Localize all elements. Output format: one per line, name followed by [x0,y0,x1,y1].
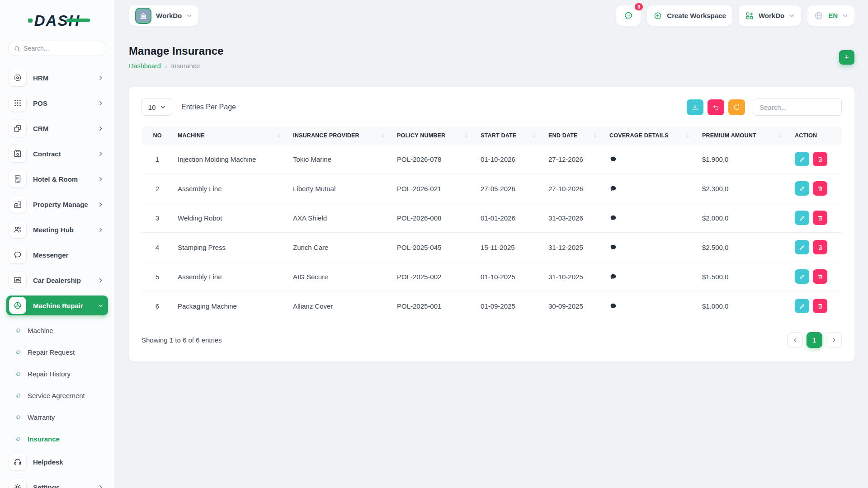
entries-per-page-select[interactable]: 10 [142,99,172,116]
col-header-premium[interactable]: PREMIUM AMOUNT [698,127,790,145]
col-header-action: ACTION [790,127,842,145]
delete-button[interactable] [813,299,827,313]
cell-end-date: 27-12-2026 [544,145,605,174]
cell-action [790,203,842,233]
sidebar-item-meeting-hub[interactable]: Meeting Hub [6,220,108,239]
edit-button[interactable] [795,240,809,254]
coverage-comment-icon[interactable] [609,214,617,222]
table-row: 2 Assembly Line Liberty Mutual POL-2026-… [142,174,842,203]
brand-logo: DASH [0,11,114,31]
entries-per-page-label: Entries Per Page [181,103,236,111]
chevron-down-icon [842,13,848,19]
insurance-table: NO MACHINE INSURANCE PROVIDER POLICY NUM… [142,127,842,320]
coverage-comment-icon[interactable] [609,302,617,310]
cell-coverage [605,145,698,174]
col-header-end-date[interactable]: END DATE [544,127,605,145]
sidebar-subitem-machine[interactable]: Machine [6,322,108,339]
sidebar-item-settings[interactable]: Settings [6,477,108,488]
sidebar-item-label: Messenger [33,251,104,259]
sidebar-item-messenger[interactable]: Messenger [6,245,108,265]
pagination-next-button[interactable] [826,332,842,348]
trash-icon [817,156,824,163]
sort-icon [593,133,598,138]
delete-button[interactable] [813,152,827,166]
delete-button[interactable] [813,269,827,284]
col-header-policy[interactable]: POLICY NUMBER [392,127,476,145]
sidebar-footer-nav: Helpdesk Settings [0,452,114,488]
sidebar-item-hrm[interactable]: HRM [6,68,108,88]
sidebar: DASH HRM POS CRM Contract [0,0,115,488]
create-workspace-button[interactable]: Create Workspace [647,5,732,26]
cell-no: 6 [142,291,173,321]
subitem-label: Warranty [28,413,55,421]
workspace-avatar [135,8,151,24]
sidebar-search-input[interactable] [24,45,100,52]
col-header-coverage[interactable]: COVERAGE DETAILS [605,127,698,145]
subitem-label: Repair Request [28,348,75,356]
sidebar-subitem-warranty[interactable]: Warranty [6,408,108,426]
sidebar-subitem-insurance[interactable]: Insurance [6,430,108,447]
sidebar-item-car-dealership[interactable]: Car Dealership [6,270,108,290]
workspace-switcher[interactable]: WorkDo [739,5,801,26]
refresh-button[interactable] [728,99,745,115]
col-header-provider[interactable]: INSURANCE PROVIDER [288,127,392,145]
pagination-page-1[interactable]: 1 [807,332,822,348]
cell-provider: Liberty Mutual [288,174,392,203]
edit-button[interactable] [795,299,809,313]
cell-coverage [605,203,698,233]
sidebar-subitem-repair-history[interactable]: Repair History [6,365,108,382]
delete-button[interactable] [813,211,827,225]
cell-coverage [605,174,698,203]
breadcrumb-dashboard-link[interactable]: Dashboard [129,62,161,70]
sidebar-item-machine-repair[interactable]: Machine Repair [6,296,108,315]
delete-button[interactable] [813,240,827,254]
sidebar-item-helpdesk[interactable]: Helpdesk [6,452,108,472]
pencil-icon [799,185,806,192]
edit-button[interactable] [795,269,809,284]
sidebar-item-hotel-room[interactable]: Hotel & Room [6,169,108,189]
cell-premium: $2.000,0 [698,203,790,233]
subitem-label: Repair History [28,370,71,378]
delete-button[interactable] [813,181,827,196]
cell-no: 2 [142,174,173,203]
coverage-comment-icon[interactable] [609,185,617,192]
cell-start-date: 15-11-2025 [476,233,544,262]
table-footer: Showing 1 to 6 of 6 entries 1 [142,332,842,348]
bullet-icon [15,328,21,333]
pagination-prev-button[interactable] [787,332,803,348]
col-header-machine[interactable]: MACHINE [173,127,288,145]
sidebar-subitem-service-agreement[interactable]: Service Agreement [6,387,108,404]
coverage-comment-icon[interactable] [609,155,617,163]
reset-undo-button[interactable] [708,99,724,115]
edit-button[interactable] [795,152,809,166]
sidebar-item-contract[interactable]: Contract [6,144,108,164]
col-header-no[interactable]: NO [142,127,173,145]
workspace-selector[interactable]: WorkDo [129,5,198,26]
table-search-input[interactable] [753,99,842,116]
add-insurance-button[interactable]: + [839,50,854,65]
cell-end-date: 27-10-2026 [544,174,605,203]
headphones-icon [9,453,26,470]
pencil-icon [799,215,806,221]
chevron-down-icon [186,13,192,19]
language-selector[interactable]: EN [807,5,854,26]
sidebar-item-crm[interactable]: CRM [6,118,108,138]
coverage-comment-icon[interactable] [609,244,617,251]
chevron-right-icon [98,202,104,207]
chevron-left-icon [793,338,798,343]
coverage-comment-icon[interactable] [609,273,617,281]
messages-button[interactable]: 0 [616,5,641,26]
sidebar-item-property-manage[interactable]: Property Manage [6,194,108,214]
sidebar-item-pos[interactable]: POS [6,93,108,113]
edit-button[interactable] [795,181,809,196]
cell-premium: $1.900,0 [698,145,790,174]
sidebar-item-label: Contract [33,150,91,158]
table-row: 4 Stamping Press Zurich Care POL-2025-04… [142,233,842,262]
sidebar-search[interactable] [8,41,106,56]
sidebar-subitem-repair-request[interactable]: Repair Request [6,343,108,361]
export-download-button[interactable] [687,99,703,115]
edit-button[interactable] [795,211,809,225]
topbar: WorkDo 0 Create Workspace WorkDo EN [129,5,854,26]
col-header-start-date[interactable]: START DATE [476,127,544,145]
showing-entries-text: Showing 1 to 6 of 6 entries [142,336,222,344]
